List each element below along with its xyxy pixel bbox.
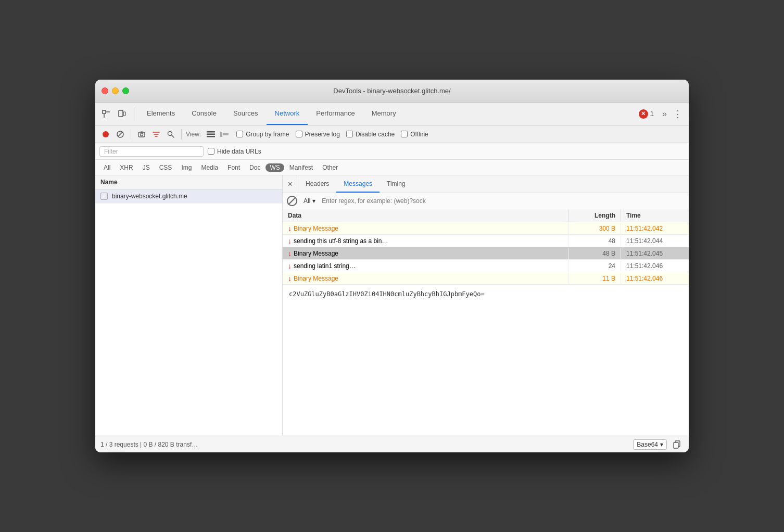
time-column-header: Time	[621, 209, 689, 222]
arrow-down-icon: ↓	[288, 262, 292, 270]
svg-rect-6	[138, 132, 145, 137]
type-filter-font[interactable]: Font	[223, 163, 244, 172]
length-column-header: Length	[569, 209, 621, 222]
disable-cache-checkbox-group: Disable cache	[346, 131, 395, 138]
device-toolbar-icon[interactable]	[115, 107, 129, 121]
table-row[interactable]: ↓ Binary Message 11 B 11:51:42.046	[283, 272, 689, 285]
svg-rect-13	[207, 136, 215, 137]
filter-row: Hide data URLs	[95, 143, 689, 160]
traffic-lights	[102, 87, 129, 94]
tree-view-button[interactable]	[219, 129, 230, 140]
msg-time-cell: 11:51:42.044	[621, 236, 689, 246]
inspect-icon[interactable]	[99, 107, 113, 121]
type-filter-xhr[interactable]: XHR	[116, 163, 137, 172]
hide-data-urls-group: Hide data URLs	[208, 148, 261, 155]
msg-data-cell: ↓ sending this utf-8 string as a bin…	[283, 235, 569, 247]
close-detail-button[interactable]: ×	[283, 175, 298, 193]
detail-tabs-bar: × Headers Messages Timing	[283, 175, 689, 193]
base64-dropdown[interactable]: Base64 ▾	[633, 439, 667, 450]
binary-data-display: c2VuZGluZyB0aGlzIHV0Zi04IHN0cmluZyBhcyBh…	[283, 285, 689, 303]
messages-filter-dropdown[interactable]: All ▾	[301, 196, 318, 206]
tab-timing[interactable]: Timing	[380, 175, 413, 193]
preserve-log-checkbox[interactable]	[296, 131, 302, 137]
tab-elements[interactable]: Elements	[138, 103, 183, 125]
type-filter-manifest[interactable]: Manifest	[285, 163, 317, 172]
chevron-down-icon: ▾	[312, 197, 315, 205]
svg-line-5	[118, 132, 122, 136]
hide-data-urls-label: Hide data URLs	[217, 148, 261, 155]
group-by-frame-checkbox[interactable]	[236, 131, 243, 137]
tab-messages[interactable]: Messages	[336, 175, 380, 193]
msg-text: sending latin1 string…	[294, 262, 356, 270]
table-row[interactable]: ↓ sending this utf-8 string as a bin… 48…	[283, 235, 689, 247]
devtools-window: DevTools - binary-websocket.glitch.me/ E…	[95, 80, 689, 452]
svg-point-3	[103, 131, 109, 137]
search-button[interactable]	[165, 128, 177, 141]
close-button[interactable]	[102, 87, 108, 94]
messages-table-header: Data Length Time	[283, 209, 689, 222]
type-filter-all[interactable]: All	[99, 163, 115, 172]
devtools-menu-icon[interactable]: ⋮	[671, 107, 685, 121]
minimize-button[interactable]	[112, 87, 119, 94]
type-filter-doc[interactable]: Doc	[245, 163, 264, 172]
type-filter-media[interactable]: Media	[197, 163, 222, 172]
toolbar-divider-1	[131, 129, 131, 140]
tab-headers[interactable]: Headers	[298, 175, 336, 193]
svg-rect-15	[223, 133, 229, 135]
clear-button[interactable]	[114, 128, 127, 141]
type-filter-css[interactable]: CSS	[155, 163, 176, 172]
list-view-button[interactable]	[205, 129, 217, 140]
filter-no-icon	[287, 196, 297, 206]
type-filter-img[interactable]: Img	[177, 163, 196, 172]
svg-rect-2	[123, 112, 125, 116]
msg-data-cell: ↓ sending latin1 string…	[283, 260, 569, 272]
msg-data-cell: ↓ Binary Message	[283, 223, 569, 234]
arrow-down-icon: ↓	[288, 249, 292, 258]
screenshot-button[interactable]	[135, 128, 148, 141]
detail-panel: × Headers Messages Timing All ▾	[283, 175, 689, 436]
svg-point-7	[141, 133, 143, 136]
type-filter-js[interactable]: JS	[138, 163, 154, 172]
svg-rect-11	[207, 131, 215, 133]
tab-console[interactable]: Console	[183, 103, 225, 125]
msg-length-cell: 11 B	[569, 273, 621, 284]
tab-memory[interactable]: Memory	[363, 103, 404, 125]
data-column-header: Data	[283, 209, 569, 222]
table-row[interactable]: ↓ sending latin1 string… 24 11:51:42.046	[283, 260, 689, 272]
requests-name-column-header: Name	[100, 179, 118, 186]
messages-filter-regex-input[interactable]	[322, 197, 685, 205]
base64-label: Base64	[637, 441, 658, 448]
tab-performance[interactable]: Performance	[308, 103, 363, 125]
svg-rect-17	[674, 442, 678, 448]
record-button[interactable]	[99, 128, 112, 141]
msg-data-cell: ↓ Binary Message	[283, 273, 569, 284]
msg-data-cell: ↓ Binary Message	[283, 248, 569, 259]
hide-data-urls-checkbox[interactable]	[208, 148, 214, 155]
filter-input[interactable]	[99, 146, 204, 157]
request-checkbox	[100, 193, 108, 200]
filter-button[interactable]	[150, 128, 162, 141]
maximize-button[interactable]	[122, 87, 129, 94]
disable-cache-checkbox[interactable]	[346, 131, 353, 137]
msg-time-cell: 11:51:42.046	[621, 261, 689, 271]
table-row[interactable]: ↓ Binary Message 300 B 11:51:42.042	[283, 222, 689, 235]
msg-length-cell: 24	[569, 261, 621, 271]
error-circle-icon: ✕	[639, 109, 648, 119]
type-filter-other[interactable]: Other	[318, 163, 342, 172]
arrow-down-icon: ↓	[288, 237, 292, 245]
table-row[interactable]: ↓ Binary Message 48 B 11:51:42.045	[283, 247, 689, 260]
tab-network[interactable]: Network	[267, 103, 308, 125]
copy-button[interactable]	[670, 438, 684, 451]
svg-rect-8	[141, 131, 143, 132]
offline-checkbox[interactable]	[401, 131, 408, 137]
error-badge-group: ✕ 1	[639, 109, 654, 119]
list-item[interactable]: binary-websocket.glitch.me	[95, 189, 282, 204]
status-bar: 1 / 3 requests | 0 B / 820 B transf… Bas…	[95, 436, 689, 452]
more-tabs-button[interactable]: »	[658, 109, 671, 119]
arrow-down-icon: ↓	[288, 224, 292, 233]
type-filter-ws[interactable]: WS	[265, 163, 284, 172]
tab-sources[interactable]: Sources	[225, 103, 267, 125]
msg-time-cell: 11:51:42.042	[621, 223, 689, 234]
msg-length-cell: 48 B	[569, 248, 621, 259]
requests-list: binary-websocket.glitch.me	[95, 189, 282, 436]
